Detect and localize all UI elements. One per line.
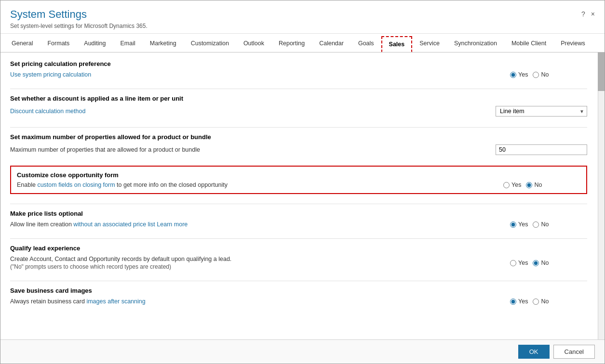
pricing-no-option[interactable]: No <box>533 71 549 78</box>
tab-formats[interactable]: Formats <box>40 36 77 52</box>
opportunity-yes-label: Yes <box>511 182 521 188</box>
opportunity-no-option[interactable]: No <box>526 182 542 188</box>
qualify-no-label: No <box>541 260 549 266</box>
opportunity-radio-group: Yes No <box>503 182 580 188</box>
pricelists-no-radio[interactable] <box>533 221 539 228</box>
businesscard-link[interactable]: images after scanning <box>86 298 145 305</box>
qualify-yes-label: Yes <box>518 260 528 266</box>
dialog-title-area: System Settings Set system-level setting… <box>10 8 148 29</box>
dialog-title: System Settings <box>10 8 148 21</box>
businesscard-radio-group: Yes No <box>510 298 587 305</box>
discount-label: Discount calculation method <box>10 108 85 115</box>
pricing-yes-radio[interactable] <box>510 72 516 78</box>
pricelists-yes-option[interactable]: Yes <box>510 221 528 228</box>
divider-4 <box>10 238 587 239</box>
opportunity-no-radio[interactable] <box>526 182 532 188</box>
dialog-footer: OK Cancel <box>0 339 605 364</box>
pricelists-row: Allow line item creation without an asso… <box>10 220 587 229</box>
opportunity-highlight-box: Customize close opportunity form Enable … <box>10 166 587 194</box>
tab-marketing[interactable]: Marketing <box>143 36 184 52</box>
divider-1 <box>10 89 587 89</box>
tab-synchronization[interactable]: Synchronization <box>447 36 504 52</box>
tab-service[interactable]: Service <box>412 36 447 52</box>
opportunity-yes-radio[interactable] <box>503 182 510 188</box>
qualify-section: Qualify lead experience Create Account, … <box>10 245 587 271</box>
system-settings-dialog: System Settings Set system-level setting… <box>0 0 605 364</box>
tab-previews[interactable]: Previews <box>553 36 592 52</box>
properties-label: Maximum number of properties that are al… <box>10 146 200 153</box>
pricing-yes-option[interactable]: Yes <box>510 71 528 78</box>
pricing-no-radio[interactable] <box>533 72 539 78</box>
pricelists-yes-label: Yes <box>518 221 528 228</box>
dialog-controls: ? × <box>581 10 595 18</box>
businesscard-no-option[interactable]: No <box>533 298 549 305</box>
businesscard-row: Always retain business card images after… <box>10 297 587 306</box>
tab-email[interactable]: Email <box>113 36 143 52</box>
pricelists-label: Allow line item creation without an asso… <box>10 221 188 228</box>
tab-reporting[interactable]: Reporting <box>271 36 312 52</box>
tab-outlook[interactable]: Outlook <box>236 36 271 52</box>
qualify-yes-radio[interactable] <box>510 260 516 266</box>
pricing-yes-label: Yes <box>518 71 528 78</box>
qualify-title: Qualify lead experience <box>10 245 587 252</box>
pricing-label: Use system pricing calculation <box>10 71 91 78</box>
divider-3 <box>10 204 587 204</box>
qualify-yes-option[interactable]: Yes <box>510 260 528 266</box>
properties-row: Maximum number of properties that are al… <box>10 143 587 156</box>
tab-auditing[interactable]: Auditing <box>77 36 113 52</box>
opportunity-label: Enable custom fields on closing form to … <box>17 182 228 188</box>
discount-dropdown[interactable]: Line item Per unit <box>496 106 587 117</box>
pricelists-radio-group: Yes No <box>510 221 587 228</box>
pricelists-yes-radio[interactable] <box>510 221 516 228</box>
properties-section: Set maximum number of properties allowed… <box>10 133 587 156</box>
tab-customization[interactable]: Customization <box>184 36 236 52</box>
tab-sales[interactable]: Sales <box>381 36 413 52</box>
properties-input[interactable] <box>496 144 587 155</box>
businesscard-yes-radio[interactable] <box>510 299 516 305</box>
businesscard-yes-label: Yes <box>518 298 528 305</box>
dialog-header: System Settings Set system-level setting… <box>0 0 605 34</box>
close-button[interactable]: × <box>591 10 595 18</box>
properties-title: Set maximum number of properties allowed… <box>10 133 587 141</box>
businesscard-title: Save business card images <box>10 287 587 294</box>
qualify-row: Create Account, Contact and Opportunity … <box>10 255 587 271</box>
discount-title: Set whether a discount is applied as a l… <box>10 95 587 102</box>
qualify-radio-group: Yes No <box>510 260 587 266</box>
businesscard-label: Always retain business card images after… <box>10 298 146 305</box>
opportunity-link[interactable]: custom fields on closing form <box>37 182 115 188</box>
pricing-section: Set pricing calculation preference Use s… <box>10 60 587 79</box>
businesscard-no-radio[interactable] <box>533 299 539 305</box>
divider-5 <box>10 281 587 281</box>
opportunity-row: Enable custom fields on closing form to … <box>17 182 580 188</box>
businesscard-section: Save business card images Always retain … <box>10 287 587 306</box>
help-button[interactable]: ? <box>581 10 585 18</box>
dialog-subtitle: Set system-level settings for Microsoft … <box>10 23 148 29</box>
businesscard-yes-option[interactable]: Yes <box>510 298 528 305</box>
scrollbar-thumb[interactable] <box>598 52 605 91</box>
tab-mobile-client[interactable]: Mobile Client <box>504 36 553 52</box>
cancel-button[interactable]: Cancel <box>553 345 595 359</box>
qualify-label-block: Create Account, Contact and Opportunity … <box>10 256 231 270</box>
qualify-no-radio[interactable] <box>533 260 539 266</box>
pricelists-section: Make price lists optional Allow line ite… <box>10 210 587 229</box>
pricelists-no-label: No <box>541 221 549 228</box>
tabs-container: General Formats Auditing Email Marketing… <box>0 34 605 52</box>
tab-goals[interactable]: Goals <box>351 36 381 52</box>
pricelists-title: Make price lists optional <box>10 210 587 217</box>
pricing-radio-group: Yes No <box>510 71 587 78</box>
pricelists-no-option[interactable]: No <box>533 221 549 228</box>
scrollbar-track[interactable] <box>598 52 605 339</box>
discount-dropdown-wrapper: Line item Per unit <box>496 106 587 117</box>
pricing-no-label: No <box>541 71 549 78</box>
pricelists-learn-more-link[interactable]: Learn more <box>157 221 188 228</box>
tab-calendar[interactable]: Calendar <box>312 36 351 52</box>
discount-section: Set whether a discount is applied as a l… <box>10 95 587 117</box>
tab-general[interactable]: General <box>4 36 40 52</box>
ok-button[interactable]: OK <box>518 345 550 359</box>
opportunity-title: Customize close opportunity form <box>17 171 580 179</box>
qualify-no-option[interactable]: No <box>533 260 549 266</box>
pricing-row: Use system pricing calculation Yes No <box>10 70 587 79</box>
pricelists-link[interactable]: without an associated price list <box>73 221 155 228</box>
opportunity-yes-option[interactable]: Yes <box>503 182 521 188</box>
qualify-label: Create Account, Contact and Opportunity … <box>10 256 231 262</box>
